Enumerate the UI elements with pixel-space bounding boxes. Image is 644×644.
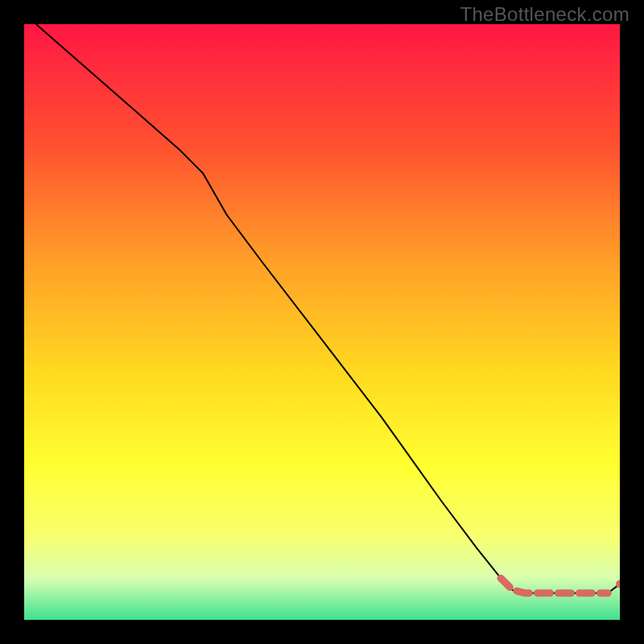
watermark-text: TheBottleneck.com — [460, 3, 630, 26]
gradient-background — [24, 24, 620, 620]
plot-area — [24, 24, 620, 620]
chart-svg — [24, 24, 620, 620]
chart-frame: TheBottleneck.com — [0, 0, 644, 644]
